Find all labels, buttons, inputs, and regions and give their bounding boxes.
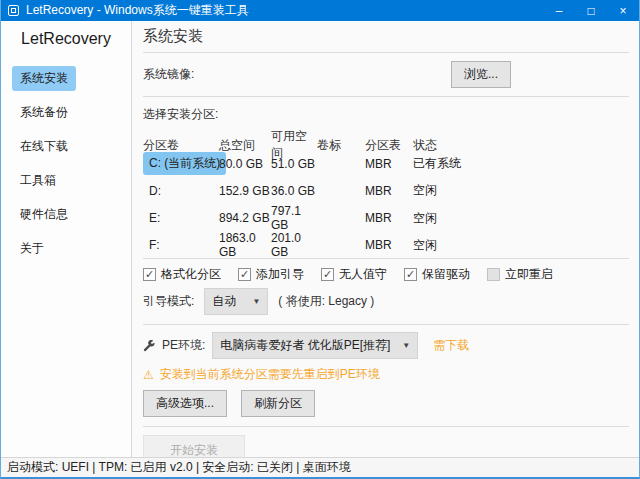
titlebar: LetRecovery - Windows系统一键重装工具 – □ × xyxy=(1,0,639,21)
maximize-button[interactable]: □ xyxy=(575,0,607,21)
partition-row-e[interactable]: E: 894.2 GB 797.1 GB MBR 空闲 xyxy=(143,204,629,231)
boot-mode-row: 引导模式: 自动 ▼ ( 将使用: Legacy ) xyxy=(143,283,629,324)
cell-status: 已有系统 xyxy=(413,155,629,172)
cell-free: 36.0 GB xyxy=(271,184,317,198)
sidebar: LetRecovery 系统安装 系统备份 在线下载 工具箱 硬件信息 关于 xyxy=(1,21,132,457)
status-text: 启动模式: UEFI | TPM: 已启用 v2.0 | 安全启动: 已关闭 |… xyxy=(7,459,351,476)
app-brand: LetRecovery xyxy=(1,26,131,66)
page-title: 系统安装 xyxy=(143,27,629,45)
cell-free: 51.0 GB xyxy=(271,157,317,171)
partition-row-c[interactable]: C: (当前系统) 80.0 GB 51.0 GB MBR 已有系统 xyxy=(143,150,629,177)
install-options-row: ✓ 格式化分区 ✓ 添加引导 ✓ 无人值守 ✓ 保留驱动 立即重启 xyxy=(143,259,629,283)
cell-table: MBR xyxy=(365,211,413,225)
cell-table: MBR xyxy=(365,157,413,171)
partition-table-header: 分区卷 总空间 可用空间 卷标 分区表 状态 xyxy=(143,128,629,150)
pe-environment-row: PE环境: 电脑病毒爱好者 优化版PE[推荐] ▼ 需下载 xyxy=(143,325,629,359)
system-image-row: 系统镜像: 浏览... xyxy=(143,53,629,96)
cell-volume: E: xyxy=(143,211,219,225)
cell-table: MBR xyxy=(365,184,413,198)
checkbox-checked-icon: ✓ xyxy=(143,268,156,281)
cell-free: 201.0 GB xyxy=(271,231,317,259)
cell-total: 894.2 GB xyxy=(219,211,271,225)
checkbox-checked-icon: ✓ xyxy=(238,268,251,281)
start-install-area: 开始安装 xyxy=(143,427,629,457)
pe-environment-value: 电脑病毒爱好者 优化版PE[推荐] xyxy=(220,337,390,354)
cell-status: 空闲 xyxy=(413,237,629,254)
pe-warning-row: ⚠ 安装到当前系统分区需要先重启到PE环境 xyxy=(143,359,629,383)
wrench-icon xyxy=(143,340,155,352)
partition-table: 分区卷 总空间 可用空间 卷标 分区表 状态 C: (当前系统) 80.0 GB… xyxy=(143,128,629,258)
pe-environment-label: PE环境: xyxy=(162,337,205,354)
action-buttons-row: 高级选项... 刷新分区 xyxy=(143,383,629,426)
sidebar-item-hardware-info[interactable]: 硬件信息 xyxy=(12,202,76,227)
cell-total: 152.9 GB xyxy=(219,184,271,198)
partition-row-d[interactable]: D: 152.9 GB 36.0 GB MBR 空闲 xyxy=(143,177,629,204)
checkbox-keep-drivers[interactable]: ✓ 保留驱动 xyxy=(404,266,470,283)
checkbox-label: 立即重启 xyxy=(505,266,553,283)
checkbox-label: 格式化分区 xyxy=(161,266,221,283)
app-icon xyxy=(8,5,19,16)
cell-volume: D: xyxy=(143,184,219,198)
checkbox-checked-icon: ✓ xyxy=(321,268,334,281)
sidebar-item-toolbox[interactable]: 工具箱 xyxy=(12,168,64,193)
pe-warning-text: 安装到当前系统分区需要先重启到PE环境 xyxy=(160,366,380,383)
close-button[interactable]: × xyxy=(607,0,639,21)
warning-icon: ⚠ xyxy=(143,368,154,382)
cell-total: 80.0 GB xyxy=(219,157,271,171)
checkbox-reboot-now[interactable]: 立即重启 xyxy=(487,266,553,283)
cell-total: 1863.0 GB xyxy=(219,231,271,259)
checkbox-label: 无人值守 xyxy=(339,266,387,283)
checkbox-label: 添加引导 xyxy=(256,266,304,283)
chevron-down-icon: ▼ xyxy=(402,341,410,350)
boot-mode-dropdown[interactable]: 自动 ▼ xyxy=(204,288,268,315)
boot-mode-hint: ( 将使用: Legacy ) xyxy=(278,293,374,310)
cell-table: MBR xyxy=(365,238,413,252)
statusbar: 启动模式: UEFI | TPM: 已启用 v2.0 | 安全启动: 已关闭 |… xyxy=(1,457,639,477)
column-volume: 分区卷 xyxy=(143,137,219,154)
window-title: LetRecovery - Windows系统一键重装工具 xyxy=(26,2,249,19)
cell-status: 空闲 xyxy=(413,182,629,199)
browse-button[interactable]: 浏览... xyxy=(451,61,511,88)
sidebar-item-system-install[interactable]: 系统安装 xyxy=(12,66,76,91)
refresh-partitions-button[interactable]: 刷新分区 xyxy=(241,390,315,417)
checkbox-unattended[interactable]: ✓ 无人值守 xyxy=(321,266,387,283)
minimize-button[interactable]: – xyxy=(543,0,575,21)
checkbox-label: 保留驱动 xyxy=(422,266,470,283)
pe-environment-dropdown[interactable]: 电脑病毒爱好者 优化版PE[推荐] ▼ xyxy=(212,332,418,359)
cell-free: 797.1 GB xyxy=(271,204,317,232)
window-controls: – □ × xyxy=(543,0,639,21)
current-system-badge[interactable]: C: (当前系统) xyxy=(143,152,226,175)
start-install-button[interactable]: 开始安装 xyxy=(143,435,245,457)
sidebar-item-system-backup[interactable]: 系统备份 xyxy=(12,100,76,125)
checkbox-format-partition[interactable]: ✓ 格式化分区 xyxy=(143,266,221,283)
app-window: LetRecovery - Windows系统一键重装工具 – □ × LetR… xyxy=(0,0,640,479)
column-total-space: 总空间 xyxy=(219,137,271,154)
download-required-note: 需下载 xyxy=(433,337,469,354)
window-body: LetRecovery 系统安装 系统备份 在线下载 工具箱 硬件信息 关于 系… xyxy=(1,21,639,457)
cell-status: 空闲 xyxy=(413,210,629,227)
partition-row-f[interactable]: F: 1863.0 GB 201.0 GB MBR 空闲 xyxy=(143,231,629,258)
column-partition-table: 分区表 xyxy=(365,137,413,154)
main-panel: 系统安装 系统镜像: 浏览... 选择安装分区: 分区卷 总空间 可用空间 卷标… xyxy=(132,21,639,457)
boot-mode-value: 自动 xyxy=(212,293,236,310)
cell-volume: F: xyxy=(143,238,219,252)
column-status: 状态 xyxy=(413,137,629,154)
partition-section-label: 选择安装分区: xyxy=(143,97,629,128)
sidebar-item-about[interactable]: 关于 xyxy=(12,236,52,261)
boot-mode-label: 引导模式: xyxy=(143,293,194,310)
checkbox-add-boot[interactable]: ✓ 添加引导 xyxy=(238,266,304,283)
system-image-label: 系统镜像: xyxy=(143,66,194,83)
sidebar-item-online-download[interactable]: 在线下载 xyxy=(12,134,76,159)
checkbox-checked-icon: ✓ xyxy=(404,268,417,281)
chevron-down-icon: ▼ xyxy=(252,297,260,306)
checkbox-unchecked-icon xyxy=(487,268,500,281)
advanced-options-button[interactable]: 高级选项... xyxy=(143,390,227,417)
column-volume-label: 卷标 xyxy=(317,137,365,154)
